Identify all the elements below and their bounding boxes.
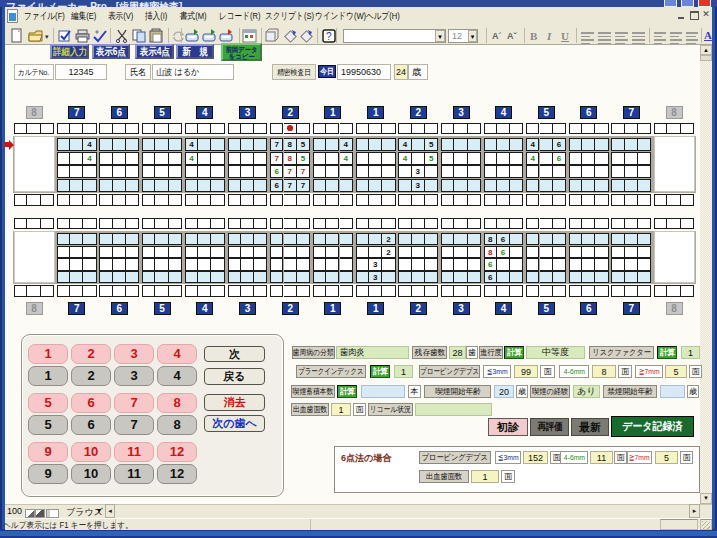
svg-text:?: ? bbox=[326, 31, 332, 42]
